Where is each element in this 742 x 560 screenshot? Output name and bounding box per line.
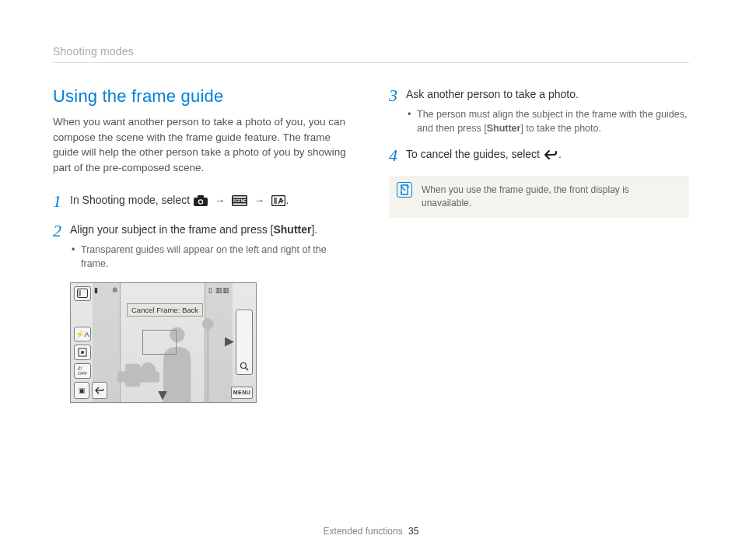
step4-text-b: . bbox=[558, 148, 562, 160]
page-title: Using the frame guide bbox=[53, 86, 353, 107]
frame-guide-button[interactable] bbox=[74, 286, 91, 302]
card-icon: ▯ bbox=[208, 286, 212, 294]
page-footer: Extended functions 35 bbox=[0, 526, 742, 537]
frame-guide-icon bbox=[271, 194, 285, 211]
note-box: When you use the frame guide, the front … bbox=[389, 176, 689, 218]
step3-sub-b: ] to take the photo. bbox=[520, 123, 601, 134]
footer-label: Extended functions bbox=[324, 526, 403, 537]
step4-text-a: To cancel the guides, select bbox=[406, 148, 543, 160]
step-4: 4 To cancel the guides, select . bbox=[389, 146, 689, 165]
back-button[interactable] bbox=[92, 382, 107, 399]
step-body: In Shooting mode, select → SCENE → . bbox=[70, 192, 353, 211]
focus-button[interactable] bbox=[74, 345, 91, 360]
back-icon bbox=[544, 149, 558, 165]
arrow-icon: → bbox=[215, 193, 225, 208]
svg-point-23 bbox=[401, 192, 402, 194]
battery-icon: ▥▥ bbox=[215, 286, 229, 294]
step2-sub: Transparent guides will appear on the le… bbox=[70, 243, 353, 271]
svg-rect-1 bbox=[198, 195, 204, 198]
step-body: Ask another person to take a photo. The … bbox=[406, 86, 689, 135]
shutter-label: Shutter bbox=[273, 223, 311, 236]
svg-point-21 bbox=[241, 362, 247, 368]
cancel-tooltip: Cancel Frame: Back bbox=[127, 303, 203, 317]
step-body: To cancel the guides, select . bbox=[406, 146, 689, 165]
step-2: 2 Align your subject in the frame and pr… bbox=[53, 222, 353, 271]
step-number: 4 bbox=[389, 146, 406, 164]
camera-screenshot: Cancel Frame: Back ▮ ✲ ▯ ▥▥ ⚡A ⏱OFF bbox=[70, 282, 257, 403]
step-number: 1 bbox=[53, 192, 70, 210]
content-columns: Using the frame guide When you want anot… bbox=[53, 86, 689, 403]
page-number: 35 bbox=[408, 526, 418, 537]
svg-line-22 bbox=[246, 368, 248, 370]
scene-icon: SCENE bbox=[232, 194, 247, 211]
step-3: 3 Ask another person to take a photo. Th… bbox=[389, 86, 689, 135]
step-number: 2 bbox=[53, 222, 70, 240]
svg-rect-6 bbox=[233, 204, 246, 205]
divider bbox=[53, 62, 689, 63]
step2-text-b: ]. bbox=[311, 223, 317, 236]
note-icon bbox=[397, 182, 412, 198]
svg-rect-18 bbox=[79, 290, 81, 296]
step2-text-a: Align your subject in the frame and pres… bbox=[70, 223, 273, 236]
zoom-slider[interactable] bbox=[236, 310, 253, 375]
step3-text: Ask another person to take a photo. bbox=[406, 88, 579, 100]
flash-button[interactable]: ⚡A bbox=[74, 327, 91, 342]
svg-text:SCENE: SCENE bbox=[233, 198, 247, 203]
svg-rect-9 bbox=[274, 198, 277, 204]
step-1: 1 In Shooting mode, select → SCENE → . bbox=[53, 192, 353, 211]
menu-button[interactable]: MENU bbox=[231, 387, 253, 399]
svg-point-16 bbox=[203, 319, 212, 328]
svg-rect-13 bbox=[125, 363, 141, 387]
intro-text: When you want another person to take a p… bbox=[53, 114, 353, 175]
arrow-icon: → bbox=[254, 193, 264, 208]
svg-rect-5 bbox=[233, 197, 246, 198]
display-button[interactable]: ▣ bbox=[74, 382, 89, 399]
right-column: 3 Ask another person to take a photo. Th… bbox=[389, 86, 689, 403]
camera-icon bbox=[194, 194, 208, 211]
timer-off-button[interactable]: ⏱OFF bbox=[74, 363, 91, 379]
top-indicators-right: ▯ ▥▥ bbox=[208, 286, 229, 294]
section-label: Shooting modes bbox=[53, 45, 689, 58]
shutter-label: Shutter bbox=[487, 123, 521, 134]
svg-point-20 bbox=[81, 351, 84, 354]
step3-sub: The person must align the subject in the… bbox=[406, 107, 689, 135]
flash-indicator-icon: ✲ bbox=[112, 286, 118, 294]
svg-point-14 bbox=[141, 362, 156, 377]
right-button-column bbox=[236, 286, 253, 399]
svg-point-3 bbox=[199, 201, 202, 204]
focus-box bbox=[142, 330, 177, 355]
note-text: When you use the frame guide, the front … bbox=[422, 184, 629, 208]
step1-text-a: In Shooting mode, select bbox=[70, 194, 193, 206]
step1-text-b: . bbox=[286, 194, 289, 206]
left-column: Using the frame guide When you want anot… bbox=[53, 86, 353, 403]
step-body: Align your subject in the frame and pres… bbox=[70, 222, 353, 271]
left-button-column: ⚡A ⏱OFF ▣ bbox=[74, 286, 107, 399]
step-number: 3 bbox=[389, 86, 406, 104]
